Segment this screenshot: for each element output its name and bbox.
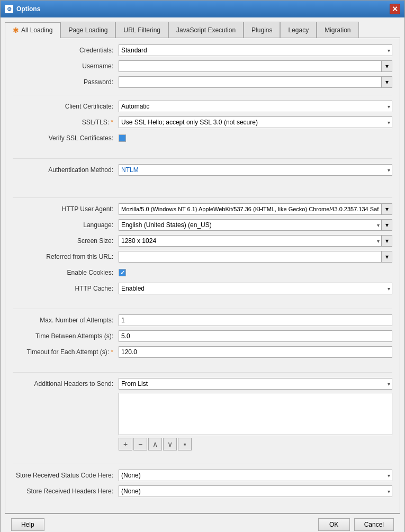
username-label: Username: [13,62,119,70]
password-input[interactable] [119,76,382,88]
remove-header-button[interactable]: − [133,438,147,450]
referred-row: Referred from this URL: ▾ [13,250,392,264]
gap-7 [13,500,392,508]
store-headers-control: (None) [119,485,392,497]
time-between-input[interactable] [119,330,392,342]
tab-url-filtering[interactable]: URL Filtering [115,22,168,38]
client-cert-control: Automatic None [119,101,392,112]
separator-5 [13,368,392,373]
gap-6 [13,453,392,460]
screen-size-dropdown-btn[interactable]: ▾ [382,235,392,247]
gap-3 [13,186,392,194]
time-between-label: Time Between Attempts (s): [13,332,119,340]
timeout-control [119,346,392,358]
timeout-input[interactable] [119,346,392,358]
http-cache-row: HTTP Cache: Enabled Disabled [13,282,392,295]
client-cert-select[interactable]: Automatic None [119,101,392,112]
window-icon: ⚙ [5,5,13,13]
move-up-button[interactable]: ∧ [148,438,162,450]
password-label: Password: [13,78,119,86]
password-control: ▾ [119,76,392,88]
move-down-button[interactable]: ∨ [163,438,177,450]
http-cache-control: Enabled Disabled [119,283,392,294]
separator-2 [13,155,392,159]
language-input-wrap: English (United States) (en_US) ▾ [119,219,392,231]
store-headers-row: Store Received Headers Here: (None) [13,484,392,498]
tab-migration[interactable]: Migration [317,22,358,38]
password-dropdown-btn[interactable]: ▾ [382,76,392,88]
edit-header-button[interactable]: ▪ [178,438,192,450]
additional-headers-textarea[interactable] [119,393,392,435]
screen-size-row: Screen Size: 1280 x 1024 1024 x 768 ▾ [13,234,392,248]
gap-5 [13,361,392,368]
screen-size-input-wrap: 1280 x 1024 1024 x 768 ▾ [119,235,392,247]
verify-ssl-label: Verify SSL Certificates: [13,134,119,142]
username-dropdown-btn[interactable]: ▾ [382,60,392,72]
ok-button[interactable]: OK [318,518,350,531]
http-cache-select[interactable]: Enabled Disabled [119,283,392,294]
store-status-label: Store Received Status Code Here: [13,472,119,479]
store-headers-label: Store Received Headers Here: [13,488,119,495]
ssl-tls-select-wrap: Use SSL Hello; accept only SSL 3.0 (not … [119,116,392,128]
language-dropdown-btn[interactable]: ▾ [382,219,392,231]
password-row: Password: ▾ [13,75,392,89]
additional-headers-textarea-wrap: + − ∧ ∨ ▪ [119,393,392,450]
additional-headers-label: Additional Headers to Send: [13,380,119,387]
enable-cookies-checkbox[interactable] [119,269,126,276]
add-header-button[interactable]: + [119,438,132,450]
store-headers-select-wrap: (None) [119,485,392,497]
time-between-control [119,330,392,342]
options-window: ⚙ Options ✕ ✱ All Loading Page Loading U… [0,0,405,532]
user-agent-input[interactable] [119,203,382,215]
username-control: ▾ [119,60,392,72]
auth-method-select[interactable]: NTLM Basic Digest [119,164,392,176]
tab-legacy[interactable]: Legacy [280,22,317,38]
username-input[interactable] [119,60,382,72]
timeout-row: Timeout for Each Attempt (s): * [13,345,392,359]
credentials-select[interactable]: Standard Custom [119,44,392,56]
tab-all-loading[interactable]: ✱ All Loading [5,22,60,38]
tab-bar: ✱ All Loading Page Loading URL Filtering… [5,22,400,38]
separator-6 [13,460,392,464]
tab-migration-label: Migration [325,26,350,34]
max-attempts-input[interactable] [119,314,392,326]
timeout-required-star: * [111,348,113,356]
ssl-tls-select[interactable]: Use SSL Hello; accept only SSL 3.0 (not … [119,116,392,128]
store-status-select[interactable]: (None) [119,470,392,481]
close-button[interactable]: ✕ [390,4,400,14]
verify-ssl-checkbox[interactable] [119,134,126,142]
referred-dropdown-btn[interactable]: ▾ [382,251,392,263]
title-bar: ⚙ Options ✕ [1,1,404,17]
credentials-select-wrap: Standard Custom [119,44,392,56]
enable-cookies-label: Enable Cookies: [13,269,119,276]
tab-all-loading-label: All Loading [21,26,52,34]
max-attempts-control [119,314,392,326]
language-control: English (United States) (en_US) ▾ [119,219,392,231]
tab-plugins[interactable]: Plugins [244,22,280,38]
store-headers-select[interactable]: (None) [119,485,392,497]
additional-headers-select[interactable]: From List None [119,378,392,390]
auth-method-select-wrap: NTLM Basic Digest [119,164,392,176]
options-panel: Credentials: Standard Custom Username: [5,38,400,513]
auth-method-row: Authentication Method: NTLM Basic Digest [13,163,392,177]
title-bar-left: ⚙ Options [5,5,40,13]
cancel-button[interactable]: Cancel [354,518,394,531]
client-cert-select-wrap: Automatic None [119,101,392,112]
store-status-select-wrap: (None) [119,470,392,481]
language-select-wrap: English (United States) (en_US) [119,219,382,231]
additional-headers-control: From List None [119,378,392,390]
tab-javascript-execution[interactable]: JavaScript Execution [168,22,244,38]
gap-2 [13,179,392,186]
store-status-control: (None) [119,470,392,481]
help-button[interactable]: Help [11,518,44,531]
referred-input[interactable] [119,251,382,263]
language-select[interactable]: English (United States) (en_US) [119,219,382,231]
separator-4 [13,305,392,309]
additional-headers-select-wrap: From List None [119,378,392,390]
language-row: Language: English (United States) (en_US… [13,218,392,232]
separator-1 [13,91,392,95]
screen-size-select[interactable]: 1280 x 1024 1024 x 768 [119,235,382,247]
tab-page-loading[interactable]: Page Loading [60,22,115,38]
enable-cookies-row: Enable Cookies: [13,266,392,279]
user-agent-dropdown-btn[interactable]: ▾ [382,203,392,215]
